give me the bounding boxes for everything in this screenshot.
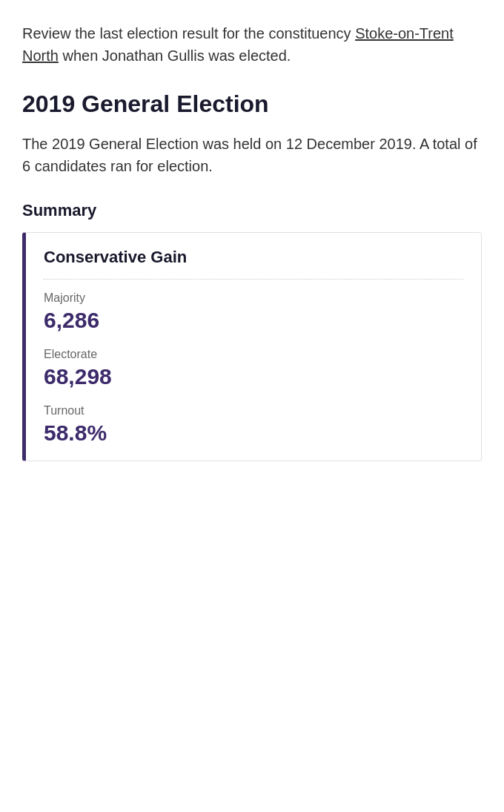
majority-stat: Majority 6,286 xyxy=(44,291,463,333)
summary-card: Conservative Gain Majority 6,286 Elector… xyxy=(22,232,482,461)
turnout-label: Turnout xyxy=(44,404,463,417)
electorate-stat: Electorate 68,298 xyxy=(44,348,463,389)
card-title: Conservative Gain xyxy=(44,248,463,280)
summary-heading: Summary xyxy=(22,201,482,220)
election-description: The 2019 General Election was held on 12… xyxy=(22,133,482,177)
election-title: 2019 General Election xyxy=(22,90,482,118)
majority-value: 6,286 xyxy=(44,308,463,333)
turnout-stat: Turnout 58.8% xyxy=(44,404,463,446)
majority-label: Majority xyxy=(44,291,463,305)
electorate-label: Electorate xyxy=(44,348,463,361)
turnout-value: 58.8% xyxy=(44,420,463,446)
intro-text-before: Review the last election result for the … xyxy=(22,25,355,42)
intro-paragraph: Review the last election result for the … xyxy=(22,22,482,67)
electorate-value: 68,298 xyxy=(44,364,463,389)
intro-text-after: when Jonathan Gullis was elected. xyxy=(59,47,291,64)
